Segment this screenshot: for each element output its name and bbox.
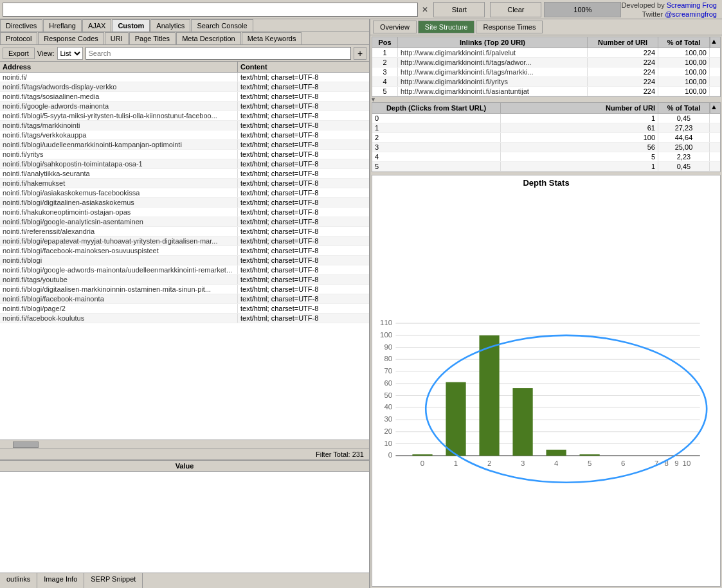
depth-scroll[interactable]: ▲ (710, 103, 720, 113)
inlinks-row[interactable]: 1 http://www.digimarkkinointi.fi/palvelu… (372, 48, 720, 58)
depth-body: 0 1 0,45 1 61 27,23 2 100 44,64 3 56 25,… (372, 114, 720, 172)
cell-pad (710, 58, 720, 67)
depth-row[interactable]: 1 61 27,23 (372, 123, 720, 133)
table-row[interactable]: nointi.fi/blogi/asiakaskokemus-facebooki… (0, 188, 369, 198)
cell-pad (710, 67, 720, 76)
inlinks-row[interactable]: 5 http://www.digimarkkinointi.fi/asiantu… (372, 87, 720, 96)
svg-text:100: 100 (380, 331, 392, 339)
table-row[interactable]: nointi.fi/tags/markkinointitext/html; ch… (0, 121, 369, 130)
table-row[interactable]: nointi.fi/blogi/5-syyta-miksi-yritysten-… (0, 111, 369, 121)
table-row[interactable]: nointi.fi/hakukoneoptimointi-ostajan-opa… (0, 208, 369, 217)
scroll-thumb[interactable] (13, 441, 39, 448)
inlinks-row[interactable]: 3 http://www.digimarkkinointi.fi/tags/ma… (372, 67, 720, 77)
tab-uri[interactable]: URI (105, 32, 129, 44)
cell-content: text/html; charset=UTF-8 (238, 208, 369, 217)
tab-protocol[interactable]: Protocol (0, 32, 37, 44)
export-button[interactable]: Export (3, 48, 35, 59)
depth-table: Depth (Clicks from Start URL) Number of … (372, 102, 721, 172)
table-row[interactable]: nointi.fi/yritystext/html; charset=UTF-8 (0, 150, 369, 159)
table-row[interactable]: nointi.fi/tags/sosiaalinen-mediatext/htm… (0, 92, 369, 102)
table-row[interactable]: nointi.fi/blogitext/html; charset=UTF-8 (0, 256, 369, 265)
tab-meta-description[interactable]: Meta Description (176, 32, 241, 44)
start-button[interactable]: Start (433, 2, 485, 17)
cell-content: text/html; charset=UTF-8 (238, 140, 369, 149)
table-row[interactable]: nointi.fi/facebook-koulutustext/html; ch… (0, 314, 369, 323)
depth-row[interactable]: 3 56 25,00 (372, 143, 720, 152)
table-row[interactable]: nointi.fi/hakemuksettext/html; charset=U… (0, 179, 369, 188)
depth-col-pct: % of Total (658, 103, 710, 113)
cell-content: text/html; charset=UTF-8 (238, 275, 369, 284)
cell-depth: 3 (372, 143, 501, 152)
table-row[interactable]: nointi.fi/blogi/uudelleenmarkkinointi-ka… (0, 140, 369, 150)
cell-depth: 5 (372, 162, 501, 171)
cell-address: nointi.fi/ (0, 73, 238, 82)
table-row[interactable]: nointi.fi/blogi/epapatevat-myyjat-tuhoav… (0, 236, 369, 246)
depth-row[interactable]: 5 1 0,45 (372, 162, 720, 172)
depth-chart-svg: 110 100 90 80 70 60 50 40 30 20 10 0 (372, 190, 720, 587)
table-row[interactable]: nointi.fi/blogi/page/2text/html; charset… (0, 304, 369, 314)
view-select[interactable]: List (57, 47, 83, 60)
table-row[interactable]: nointi.fi/analytiikka-seurantatext/html;… (0, 169, 369, 179)
add-column-button[interactable]: + (354, 47, 366, 60)
inlinks-row[interactable]: 4 http://www.digimarkkinointi.fi/yritys … (372, 77, 720, 87)
right-tab-response-times[interactable]: Response Times (476, 21, 543, 33)
bottom-tab-serp-snippet[interactable]: SERP Snippet (84, 573, 143, 588)
depth-table-header: Depth (Clicks from Start URL) Number of … (372, 103, 720, 114)
cell-num: 1 (501, 162, 658, 171)
search-input[interactable] (86, 47, 352, 60)
cell-url: http://www.digimarkkinointi.fi/yritys (398, 77, 588, 86)
table-row[interactable]: nointi.fi/blogi/google-analyticsin-asent… (0, 217, 369, 227)
clear-button[interactable]: Clear (490, 2, 541, 17)
inlinks-row[interactable]: 2 http://www.digimarkkinointi.fi/tags/ad… (372, 58, 720, 67)
tab-directives[interactable]: Directives (0, 19, 42, 31)
cell-num: 61 (501, 123, 658, 132)
url-clear-button[interactable]: ✕ (419, 4, 431, 15)
table-row[interactable]: nointi.fi/blogi/google-adwords-mainonta/… (0, 265, 369, 275)
cell-pos: 3 (372, 67, 398, 76)
dev-link[interactable]: Screaming Frog (667, 1, 717, 9)
bottom-tab-outlinks[interactable]: outlinks (0, 573, 37, 588)
tab-hreflang[interactable]: Hreflang (43, 19, 82, 31)
table-row[interactable]: nointi.fi/tags/adwords-display-verkkotex… (0, 82, 369, 92)
tab-search-console[interactable]: Search Console (191, 19, 253, 31)
table-row[interactable]: nointi.fi/blogi/digitaalisen-markkinoinn… (0, 285, 369, 294)
depth-row[interactable]: 4 5 2,23 (372, 152, 720, 162)
table-row[interactable]: nointi.fi/blogi/digitaalinen-asiakaskoke… (0, 198, 369, 208)
tab-page-titles[interactable]: Page Titles (129, 32, 176, 44)
inlinks-scroll[interactable]: ▲ (710, 37, 720, 48)
cell-url: http://www.digimarkkinointi.fi/tags/adwo… (398, 58, 588, 67)
filter-total: Filter Total: 231 (0, 449, 369, 459)
tab-custom[interactable]: Custom (112, 19, 150, 31)
tabs-row-1: Directives Hreflang AJAX Custom Analytic… (0, 19, 369, 32)
table-row[interactable]: nointi.fi/blogi/sahkopostin-toimintatapa… (0, 159, 369, 169)
depth-row[interactable]: 2 100 44,64 (372, 133, 720, 143)
cell-content: text/html; charset=UTF-8 (238, 198, 369, 207)
bar-2 (479, 335, 499, 456)
table-row[interactable]: nointi.fi/tags/verkkokauppatext/html; ch… (0, 130, 369, 140)
depth-row[interactable]: 0 1 0,45 (372, 114, 720, 123)
svg-text:80: 80 (384, 355, 392, 362)
cell-content: text/html; charset=UTF-8 (238, 227, 369, 236)
data-table: Address Content nointi.fi/text/html; cha… (0, 62, 369, 459)
bottom-tab-image-info[interactable]: Image Info (37, 573, 84, 588)
table-row[interactable]: nointi.fi/text/html; charset=UTF-8 (0, 73, 369, 82)
cell-depth: 1 (372, 123, 501, 132)
cell-content: text/html; charset=UTF-8 (238, 217, 369, 226)
table-row[interactable]: nointi.fi/referenssit/alexandriatext/htm… (0, 227, 369, 236)
twitter-link[interactable]: @screamingfrog (665, 10, 717, 18)
cell-depth: 4 (372, 152, 501, 161)
table-row[interactable]: nointi.fi/tags/youtubetext/html; charset… (0, 275, 369, 285)
right-tab-site-structure[interactable]: Site Structure (418, 21, 475, 33)
table-row[interactable]: nointi.fi/blogi/facebook-mainontatext/ht… (0, 294, 369, 304)
cell-address: nointi.fi/blogi/facebook-mainonta (0, 294, 238, 303)
svg-text:0: 0 (388, 451, 392, 459)
tab-meta-keywords[interactable]: Meta Keywords (242, 32, 302, 44)
tab-analytics[interactable]: Analytics (150, 19, 190, 31)
tab-ajax[interactable]: AJAX (82, 19, 112, 31)
horizontal-scrollbar[interactable] (0, 440, 369, 449)
url-input[interactable]: www.digimarkkinointi.fi (3, 3, 418, 17)
tab-response-codes[interactable]: Response Codes (38, 32, 104, 44)
right-tab-overview[interactable]: Overview (373, 21, 417, 33)
table-row[interactable]: nointi.fi/blogi/facebook-mainoksen-osuvu… (0, 246, 369, 256)
table-row[interactable]: nointi.fi/google-adwords-mainontatext/ht… (0, 102, 369, 111)
